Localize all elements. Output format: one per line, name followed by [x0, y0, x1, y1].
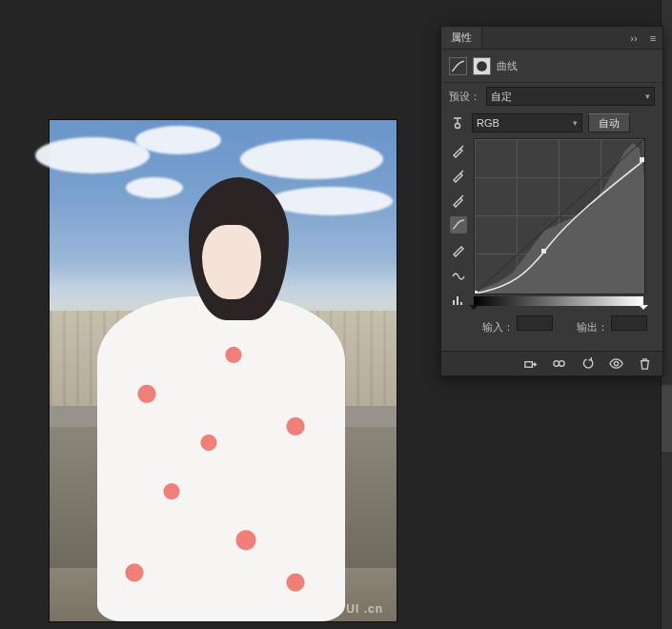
svg-point-5 — [614, 361, 618, 365]
curve-area — [474, 138, 655, 308]
input-gradient[interactable] — [474, 296, 643, 306]
curve-graph[interactable] — [474, 138, 645, 294]
collapse-icon[interactable]: ›› — [624, 27, 643, 49]
input-value[interactable] — [517, 315, 553, 331]
clip-to-layer-icon[interactable] — [521, 355, 539, 373]
trash-icon[interactable] — [636, 355, 653, 373]
adjustment-icon[interactable] — [449, 57, 467, 75]
output-label-group: 输出： — [577, 315, 647, 335]
reset-icon[interactable] — [579, 355, 596, 373]
curve-point[interactable] — [541, 249, 546, 254]
channel-row: RGB ▾ 自动 — [441, 110, 662, 136]
white-point-slider[interactable] — [639, 305, 648, 314]
photo-subject — [97, 177, 345, 621]
mask-icon[interactable] — [473, 57, 491, 75]
output-label: 输出： — [577, 321, 608, 333]
curves-body — [441, 136, 662, 308]
chevron-down-icon: ▾ — [573, 118, 578, 128]
visibility-icon[interactable] — [607, 355, 624, 373]
eyedropper-gray-icon[interactable] — [450, 167, 467, 184]
panel-header: 属性 ›› ≡ — [441, 27, 662, 50]
histogram-icon[interactable] — [450, 291, 467, 308]
app-viewport: UI .cn 属性 ›› ≡ 曲线 预设： 自定 — [0, 0, 672, 629]
curve-point[interactable] — [640, 157, 644, 162]
sky-cloud — [240, 139, 383, 179]
svg-rect-2 — [524, 362, 532, 368]
preset-value: 自定 — [491, 90, 512, 104]
adjustment-type-row: 曲线 — [441, 50, 662, 83]
black-point-slider[interactable] — [469, 305, 479, 314]
smooth-icon[interactable] — [450, 266, 467, 283]
input-label-group: 输入： — [482, 315, 553, 335]
sky-cloud — [135, 126, 221, 154]
curve-edit-icon[interactable] — [450, 216, 467, 233]
output-value[interactable] — [611, 315, 647, 331]
panel-tab-properties[interactable]: 属性 — [441, 27, 482, 49]
input-label: 输入： — [482, 321, 514, 333]
target-adjust-icon[interactable] — [449, 114, 466, 132]
channel-value: RGB — [477, 117, 499, 129]
dock-handle[interactable] — [662, 385, 672, 452]
face — [202, 225, 261, 299]
dress — [97, 296, 345, 621]
properties-panel: 属性 ›› ≡ 曲线 预设： 自定 ▾ — [440, 26, 663, 376]
svg-point-0 — [477, 61, 487, 71]
curve-point[interactable] — [475, 291, 478, 294]
panel-menu-icon[interactable]: ≡ — [643, 27, 662, 49]
auto-button-label: 自动 — [599, 116, 620, 131]
eyedropper-white-icon[interactable] — [450, 192, 467, 209]
auto-button[interactable]: 自动 — [588, 113, 630, 132]
svg-point-3 — [553, 361, 559, 367]
preset-label: 预设： — [449, 90, 480, 104]
panel-footer — [441, 351, 662, 375]
channel-select[interactable]: RGB ▾ — [472, 113, 582, 132]
curves-tool-column — [449, 138, 468, 308]
preset-select[interactable]: 自定 ▾ — [486, 87, 655, 106]
watermark: UI .cn — [346, 602, 383, 616]
sky-cloud — [35, 137, 150, 173]
pencil-icon[interactable] — [450, 241, 467, 258]
adjustment-type-label: 曲线 — [497, 59, 518, 73]
chevron-down-icon: ▾ — [645, 91, 650, 101]
eyedropper-black-icon[interactable] — [450, 142, 467, 159]
view-previous-icon[interactable] — [550, 355, 567, 373]
preset-row: 预设： 自定 ▾ — [441, 83, 662, 110]
svg-point-4 — [559, 361, 564, 367]
svg-point-1 — [456, 124, 460, 129]
canvas-image[interactable]: UI .cn — [50, 120, 397, 621]
